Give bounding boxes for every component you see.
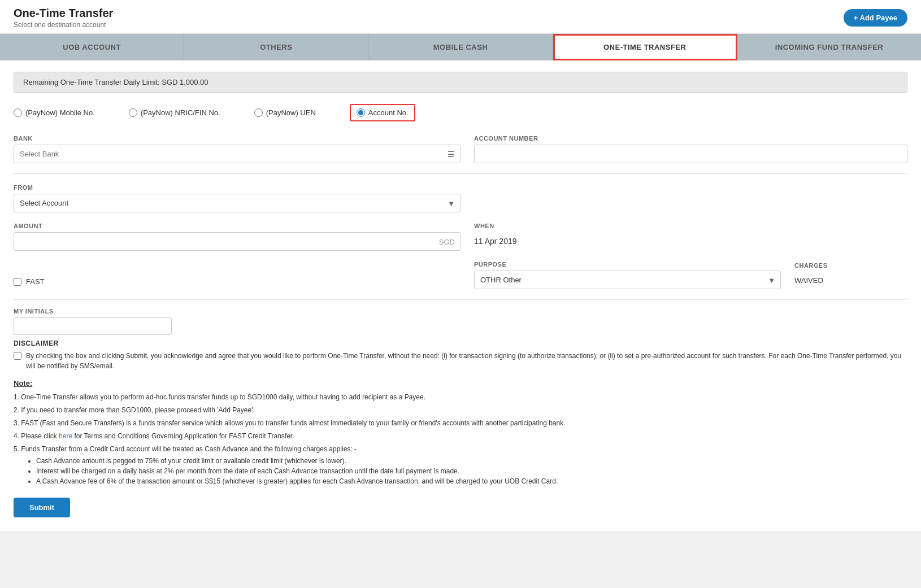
- tab-uob-account[interactable]: UOB ACCOUNT: [0, 34, 184, 60]
- tab-incoming-fund-transfer[interactable]: INCOMING FUND TRANSFER: [737, 34, 921, 60]
- bank-account-row: BANK ☰ ACCOUNT NUMBER: [14, 135, 907, 163]
- note-item-1: 2. If you need to transfer more than SGD…: [14, 405, 907, 415]
- from-select-wrapper: Select Account ▼: [14, 194, 460, 212]
- my-initials-label: MY INITIALS: [14, 308, 907, 315]
- page-subtitle: Select one destination account: [14, 21, 113, 29]
- purpose-group: PURPOSE OTHR Other SALA Salary SUPP Supp…: [474, 261, 781, 289]
- note-sub-list: Cash Advance amount is pegged to 75% of …: [14, 457, 907, 485]
- my-initials-input[interactable]: [14, 317, 172, 335]
- radio-group: (PayNow) Mobile No. (PayNow) NRIC/FIN No…: [14, 104, 907, 121]
- section-divider-1: [14, 299, 907, 300]
- tab-bar: UOB ACCOUNT OTHERS MOBILE CASH ONE-TIME …: [0, 34, 921, 60]
- note-item-3: 4. Please click here for Terms and Condi…: [14, 431, 907, 441]
- purpose-select-wrapper: OTHR Other SALA Salary SUPP Supplier Pay…: [474, 271, 781, 289]
- note-sub-item-1: Interest will be charged on a daily basi…: [36, 467, 907, 475]
- radio-account-no[interactable]: Account No.: [350, 104, 415, 121]
- from-group: FROM Select Account ▼: [14, 184, 460, 212]
- here-link[interactable]: here: [59, 432, 72, 440]
- fast-label: FAST: [26, 277, 45, 286]
- amount-input[interactable]: [14, 232, 460, 251]
- radio-paynow-mobile-input[interactable]: [14, 108, 22, 117]
- bank-input[interactable]: [14, 145, 460, 163]
- note-item-4: 5. Funds Transfer from a Credit Card acc…: [14, 444, 907, 454]
- header: One-Time Transfer Select one destination…: [0, 0, 921, 34]
- divider-1: [14, 173, 907, 174]
- tab-others[interactable]: OTHERS: [184, 34, 368, 60]
- daily-limit-bar: Remaining One-Time Transfer Daily Limit:…: [14, 72, 907, 93]
- fast-checkbox[interactable]: [14, 278, 21, 286]
- radio-paynow-mobile-label: (PayNow) Mobile No.: [25, 108, 95, 117]
- disclaimer-text: By checking the box and clicking Submit,…: [26, 351, 907, 371]
- radio-paynow-nric[interactable]: (PayNow) NRIC/FIN No.: [129, 108, 220, 117]
- fast-purpose-charges-row: FAST PURPOSE OTHR Other SALA Salary SUPP…: [14, 261, 907, 289]
- radio-account-no-input[interactable]: [357, 108, 365, 117]
- purpose-select[interactable]: OTHR Other SALA Salary SUPP Supplier Pay…: [474, 271, 781, 289]
- radio-paynow-uen[interactable]: (PayNow) UEN: [254, 108, 316, 117]
- account-number-label: ACCOUNT NUMBER: [474, 135, 907, 142]
- amount-when-row: AMOUNT SGD WHEN 11 Apr 2019: [14, 223, 907, 251]
- when-label: WHEN: [474, 223, 907, 229]
- from-label: FROM: [14, 184, 460, 191]
- fast-group: FAST: [14, 277, 460, 289]
- charges-value: WAIVED: [794, 272, 907, 289]
- disclaimer-row: By checking the box and clicking Submit,…: [14, 351, 907, 371]
- when-group: WHEN 11 Apr 2019: [474, 223, 907, 251]
- account-number-input[interactable]: [474, 145, 907, 163]
- radio-paynow-uen-input[interactable]: [254, 108, 263, 117]
- purpose-label: PURPOSE: [474, 261, 781, 268]
- daily-limit-value: SGD 1,000.00: [162, 78, 208, 86]
- amount-label: AMOUNT: [14, 223, 460, 229]
- note-item-0: 1. One-Time Transfer allows you to perfo…: [14, 392, 907, 402]
- note-section: Note: 1. One-Time Transfer allows you to…: [14, 379, 907, 485]
- main-content: Remaining One-Time Transfer Daily Limit:…: [0, 60, 921, 531]
- charges-group: CHARGES WAIVED: [794, 262, 907, 289]
- disclaimer-checkbox[interactable]: [14, 352, 21, 360]
- tab-one-time-transfer[interactable]: ONE-TIME TRANSFER: [553, 34, 737, 60]
- submit-button[interactable]: Submit: [14, 498, 70, 517]
- note-title: Note:: [14, 379, 907, 387]
- daily-limit-label: Remaining One-Time Transfer Daily Limit:: [23, 78, 160, 86]
- radio-paynow-uen-label: (PayNow) UEN: [266, 108, 316, 117]
- currency-label: SGD: [439, 237, 455, 246]
- note-sub-item-2: A Cash Advance fee of 6% of the transact…: [36, 477, 907, 485]
- radio-paynow-nric-label: (PayNow) NRIC/FIN No.: [141, 108, 220, 117]
- account-number-group: ACCOUNT NUMBER: [474, 135, 907, 163]
- fast-row: FAST: [14, 277, 460, 286]
- radio-account-no-label: Account No.: [368, 108, 409, 117]
- when-value: 11 Apr 2019: [474, 232, 907, 250]
- my-initials-group: MY INITIALS: [14, 308, 907, 335]
- note-sub-item-0: Cash Advance amount is pegged to 75% of …: [36, 457, 907, 465]
- amount-input-wrap: SGD: [14, 232, 460, 251]
- amount-group: AMOUNT SGD: [14, 223, 460, 251]
- note-item-2: 3. FAST (Fast and Secure Transfers) is a…: [14, 418, 907, 428]
- bank-label: BANK: [14, 135, 460, 142]
- disclaimer-title: DISCLAIMER: [14, 339, 907, 347]
- from-select[interactable]: Select Account: [14, 194, 460, 212]
- disclaimer-section: DISCLAIMER By checking the box and click…: [14, 339, 907, 371]
- tab-mobile-cash[interactable]: MOBILE CASH: [368, 34, 553, 60]
- list-icon: ☰: [448, 150, 455, 159]
- radio-paynow-nric-input[interactable]: [129, 108, 137, 117]
- bank-input-wrap: ☰: [14, 145, 460, 163]
- add-payee-button[interactable]: + Add Payee: [844, 9, 907, 27]
- from-row: FROM Select Account ▼: [14, 184, 907, 212]
- note-list: 1. One-Time Transfer allows you to perfo…: [14, 392, 907, 454]
- bank-group: BANK ☰: [14, 135, 460, 163]
- charges-label: CHARGES: [794, 262, 907, 269]
- page-title: One-Time Transfer: [14, 7, 113, 20]
- header-title-group: One-Time Transfer Select one destination…: [14, 7, 113, 29]
- radio-paynow-mobile[interactable]: (PayNow) Mobile No.: [14, 108, 95, 117]
